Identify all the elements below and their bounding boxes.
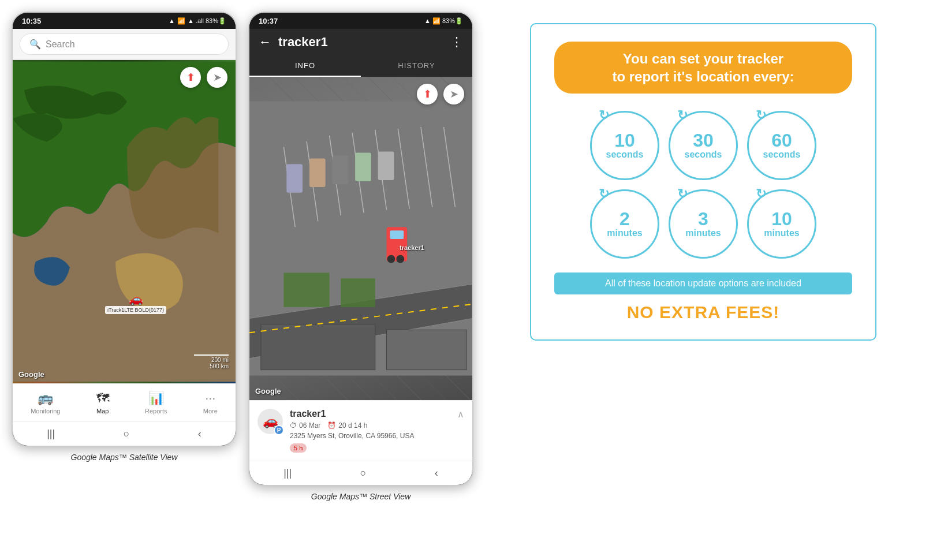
sys-nav-2: ||| ○ ‹ xyxy=(249,461,472,485)
info-meta: ⏱ 06 Mar ⏰ 20 d 14 h xyxy=(290,421,450,430)
svg-point-22 xyxy=(387,255,395,263)
svg-rect-15 xyxy=(261,324,375,369)
tracker-pin-1[interactable]: 🚗 iTrack1LTE BOLD(0177) xyxy=(105,292,166,314)
sys-nav-1: ||| ○ ‹ xyxy=(13,421,236,446)
intervals-grid: 10 seconds 30 seconds 60 seconds 2 minut… xyxy=(554,111,852,259)
map-svg xyxy=(13,60,236,383)
tracker-avatar: 🚗 P xyxy=(257,409,283,434)
app-title: tracker1 xyxy=(278,35,443,50)
parking-badge: P xyxy=(274,425,284,435)
interval-unit-60s: seconds xyxy=(763,150,801,160)
nav-map[interactable]: 🗺 Map xyxy=(91,389,115,417)
info-section: You can set your trackerto report it's l… xyxy=(485,12,921,352)
interval-2m: 2 minutes xyxy=(590,189,659,259)
svg-rect-18 xyxy=(283,272,329,307)
interval-60s: 60 seconds xyxy=(747,111,816,180)
status-icons-2: ▲ 📶 83%🔋 xyxy=(424,17,463,25)
scale-200mi: 200 mi xyxy=(211,357,229,363)
phone2: 10:37 ▲ 📶 83%🔋 ← tracker1 ⋮ INFO HISTORY xyxy=(248,12,473,486)
nav-more-label: More xyxy=(203,408,218,415)
info-duration-item: ⏰ 20 d 14 h xyxy=(327,421,367,430)
svg-rect-16 xyxy=(387,330,467,369)
included-banner: All of these location update options are… xyxy=(554,272,852,294)
sys-home-btn-1[interactable]: ○ xyxy=(124,428,130,440)
interval-number-2m: 2 xyxy=(619,210,630,228)
svg-rect-12 xyxy=(333,155,349,184)
sys-back-btn-1[interactable]: ‹ xyxy=(198,428,201,440)
app-header: ← tracker1 ⋮ xyxy=(249,29,472,55)
interval-number-30s: 30 xyxy=(693,131,714,150)
nav-reports-label: Reports xyxy=(145,408,167,415)
interval-unit-30s: seconds xyxy=(685,150,722,160)
compass-icon-1: ⬆ xyxy=(186,71,195,84)
interval-number-10s: 10 xyxy=(614,131,635,150)
street-map[interactable]: tracker1 ⬆ ➤ Google xyxy=(249,77,472,400)
interval-number-3m: 3 xyxy=(698,210,708,228)
svg-rect-10 xyxy=(286,164,303,192)
info-time-badge: 5 h xyxy=(290,443,307,453)
status-time-2: 10:37 xyxy=(259,17,278,25)
navigate-icon-2: ➤ xyxy=(450,88,458,100)
tab-info[interactable]: INFO xyxy=(249,55,361,77)
no-fees-text: NO EXTRA FEES! xyxy=(554,303,852,322)
sys-home-btn-2[interactable]: ○ xyxy=(360,467,367,479)
street-map-bg: tracker1 ⬆ ➤ Google xyxy=(249,77,472,400)
header-menu-button[interactable]: ⋮ xyxy=(450,35,463,50)
google-label-2: Google xyxy=(255,387,281,395)
svg-rect-14 xyxy=(378,152,394,180)
phone1-wrapper: 10:35 ▲ 📶 ▲ .all 83%🔋 🔍 Search xyxy=(12,12,237,462)
tracker-label-1: iTrack1LTE BOLD(0177) xyxy=(105,306,166,314)
monitoring-icon: 🚌 xyxy=(38,391,53,406)
status-bar-1: 10:35 ▲ 📶 ▲ .all 83%🔋 xyxy=(13,13,236,29)
expand-arrow[interactable]: ∧ xyxy=(457,409,464,420)
interval-unit-10m: minutes xyxy=(764,228,799,238)
back-button[interactable]: ← xyxy=(259,35,271,50)
compass-icon-2: ⬆ xyxy=(423,88,432,100)
info-date-item: ⏱ 06 Mar xyxy=(290,421,320,430)
search-placeholder: Search xyxy=(46,39,75,50)
info-card-headline: You can set your trackerto report it's l… xyxy=(554,42,852,94)
svg-rect-11 xyxy=(309,158,326,186)
phone1: 10:35 ▲ 📶 ▲ .all 83%🔋 🔍 Search xyxy=(12,12,237,447)
tab-history[interactable]: HISTORY xyxy=(361,55,472,77)
street-map-svg xyxy=(249,77,472,400)
interval-unit-2m: minutes xyxy=(607,228,642,238)
search-bar[interactable]: 🔍 Search xyxy=(13,29,236,60)
interval-3m: 3 minutes xyxy=(669,189,738,259)
map-icon: 🗺 xyxy=(96,391,109,406)
satellite-map[interactable]: ⬆ ➤ 🚗 iTrack1LTE BOLD(0177) Google 200 m… xyxy=(13,60,236,383)
info-duration: 20 d 14 h xyxy=(338,421,367,430)
compass-button-1[interactable]: ⬆ xyxy=(180,67,201,88)
battery-icon-1: ▲ .all 83%🔋 xyxy=(188,17,226,25)
compass-button-2[interactable]: ⬆ xyxy=(417,84,438,104)
scale-500km: 500 km xyxy=(210,363,229,369)
svg-rect-13 xyxy=(355,153,371,181)
signal-icon-1: ▲ xyxy=(169,17,175,24)
nav-reports[interactable]: 📊 Reports xyxy=(139,389,173,417)
nav-monitoring[interactable]: 🚌 Monitoring xyxy=(25,389,66,417)
wifi-icon-1: 📶 xyxy=(177,17,185,25)
navigate-button-2[interactable]: ➤ xyxy=(443,84,464,104)
phone2-wrapper: 10:37 ▲ 📶 83%🔋 ← tracker1 ⋮ INFO HISTORY xyxy=(248,12,473,501)
info-date: 06 Mar xyxy=(299,421,320,430)
more-icon: ··· xyxy=(205,391,215,406)
info-panel: 🚗 P tracker1 ⏱ 06 Mar ⏰ 20 d 14 h xyxy=(249,400,472,461)
nav-map-label: Map xyxy=(96,408,109,415)
search-input[interactable]: 🔍 Search xyxy=(20,33,229,55)
interval-10s: 10 seconds xyxy=(590,111,659,180)
info-tracker-name: tracker1 xyxy=(290,409,450,419)
interval-number-60s: 60 xyxy=(771,131,792,150)
sys-menu-btn-2[interactable]: ||| xyxy=(283,467,292,479)
app-tabs: INFO HISTORY xyxy=(249,55,472,77)
nav-more[interactable]: ··· More xyxy=(197,389,223,417)
clock-icon: ⏱ xyxy=(290,421,297,430)
interval-10m: 10 minutes xyxy=(747,189,816,259)
sys-menu-btn-1[interactable]: ||| xyxy=(47,428,55,440)
status-bar-2: 10:37 ▲ 📶 83%🔋 xyxy=(249,13,472,29)
signal-icon-2: ▲ 📶 83%🔋 xyxy=(424,17,463,25)
interval-unit-10s: seconds xyxy=(606,150,644,160)
sys-back-btn-2[interactable]: ‹ xyxy=(435,467,438,479)
caption-2: Google Maps™ Street View xyxy=(248,492,473,501)
navigate-button-1[interactable]: ➤ xyxy=(207,67,227,88)
caption-1: Google Maps™ Satellite View xyxy=(12,453,237,462)
